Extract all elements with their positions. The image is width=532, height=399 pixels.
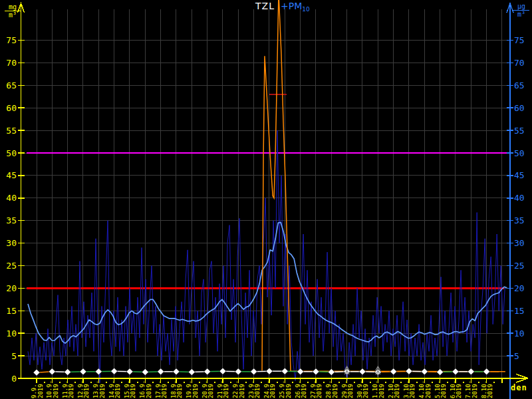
x-date-label: 24.9.2019 [263, 380, 277, 398]
daily-marker [80, 368, 86, 375]
daily-marker [467, 368, 474, 375]
right-tick-label: 70 [514, 58, 525, 68]
x-axis-subtick-dot [400, 382, 402, 383]
daily-marker [297, 368, 304, 375]
right-tick-label: 65 [514, 80, 525, 90]
title-pm10-subscript: 10 [302, 6, 309, 13]
x-date-label: 11.9.2019 [62, 380, 75, 398]
x-date-label: 14.9.2019 [108, 380, 122, 398]
left-unit-denominator: m³ [5, 11, 21, 19]
x-axis-subtick-dot [152, 382, 154, 383]
x-axis-subtick-dot [121, 382, 122, 383]
right-tick-label: 60 [514, 103, 525, 113]
daily-marker [33, 369, 40, 376]
axis-left: 051015202530354045505560657075 [6, 3, 24, 384]
x-axis-subtick-dot [307, 382, 309, 383]
left-axis-unit: mg m³ [5, 3, 21, 19]
left-tick-label: 70 [6, 58, 17, 68]
x-axis-subtick-dot [106, 382, 107, 383]
left-tick-label: 60 [6, 103, 17, 113]
x-date-label: 21.9.2019 [217, 380, 230, 398]
x-axis-subtick-dot [370, 382, 371, 383]
x-date-label: 6.10.2019 [450, 380, 463, 398]
x-date-label: 18.9.2019 [170, 380, 184, 398]
left-tick-label: 5 [11, 351, 17, 361]
x-axis-subtick-dot [478, 382, 479, 383]
x-axis-subtick-dot [74, 382, 76, 383]
daily-marker [126, 368, 133, 375]
x-date-label: 27.9.2019 [310, 380, 323, 398]
x-date-label: 3.10.2019 [403, 380, 416, 398]
x-axis-subtick-dot [338, 382, 340, 383]
left-tick-label: 35 [6, 215, 17, 225]
x-axis-subtick-dot [90, 382, 92, 383]
left-tick-label: 15 [6, 306, 17, 316]
daily-marker [188, 369, 195, 376]
left-tick-label: 20 [6, 283, 17, 293]
x-date-label: 22.9.2019 [232, 380, 245, 398]
right-tick-label: 50 [514, 148, 525, 158]
x-axis-subtick-dot [261, 382, 262, 383]
right-unit-denominator: m³ [513, 11, 529, 18]
title-tzl: TZL [255, 1, 275, 11]
x-date-label: 16.9.2019 [139, 380, 152, 398]
daily-marker [437, 369, 444, 376]
x-axis-subtick-dot [447, 382, 448, 383]
daily-marker [266, 368, 273, 374]
left-tick-label: 50 [6, 148, 17, 158]
daily-marker [235, 368, 241, 375]
x-date-label: 2.10.2019 [388, 380, 401, 398]
daily-marker [313, 368, 319, 375]
chart-title: TZL+PM10 [255, 1, 310, 13]
right-tick-label: 75 [514, 35, 525, 45]
daily-marker [251, 368, 257, 375]
right-tick-label: 40 [514, 193, 525, 203]
daily-marker [65, 369, 71, 376]
daily-marker [158, 368, 164, 375]
x-date-label: 29.9.2019 [341, 380, 354, 398]
x-axis-subtick-dot [277, 382, 278, 383]
left-tick-label: 30 [6, 238, 17, 248]
series-tzl-daily [33, 368, 499, 376]
x-date-label: 9.9.2019 [31, 384, 44, 398]
left-tick-label: 65 [6, 80, 17, 90]
x-date-label: 7.10.2019 [465, 380, 478, 398]
right-tick-label: 10 [514, 329, 525, 338]
x-date-label: 15.9.2019 [124, 380, 137, 398]
x-date-label: 1.10.2019 [372, 380, 385, 398]
right-tick-label: 30 [514, 238, 525, 248]
left-tick-label: 0 [11, 374, 17, 384]
right-tick-label: 25 [514, 261, 525, 271]
left-unit-numerator: mg [5, 3, 21, 11]
daily-marker [359, 368, 366, 375]
x-axis-subtick-dot [292, 382, 293, 383]
left-tick-label: 45 [6, 170, 17, 180]
x-axis-subtick-dot [385, 382, 386, 383]
daily-marker [111, 368, 118, 374]
x-date-label: 26.9.2019 [295, 380, 308, 398]
left-tick-label: 10 [6, 329, 17, 338]
x-date-label: 10.9.2019 [46, 380, 59, 398]
x-axis-subtick-dot [184, 382, 185, 383]
x-date-label: 12.9.2019 [77, 380, 90, 398]
x-axis-subtick-dot [230, 382, 231, 383]
x-date-label: 8.10.2019 [481, 380, 494, 398]
right-tick-label: 55 [514, 126, 525, 136]
daily-marker [173, 368, 180, 375]
x-axis-subtick-dot [354, 382, 355, 383]
x-axis-subtick-dot [137, 382, 138, 383]
daily-marker [406, 368, 412, 374]
right-tick-label: 5 [514, 351, 519, 361]
right-tick-label: 35 [514, 215, 525, 225]
daily-marker [483, 368, 490, 375]
daily-marker [328, 369, 334, 376]
x-axis-subtick-dot [493, 382, 495, 383]
x-axis-subtick-dot [214, 382, 215, 383]
x-axis-subtick-dot [463, 382, 464, 383]
x-axis-subtick-dot [245, 382, 247, 383]
left-tick-label: 40 [6, 193, 17, 203]
x-date-label: 13.9.2019 [92, 380, 106, 398]
daily-marker [281, 368, 288, 374]
left-tick-label: 75 [6, 35, 17, 45]
x-date-label: 30.9.2019 [356, 380, 370, 398]
